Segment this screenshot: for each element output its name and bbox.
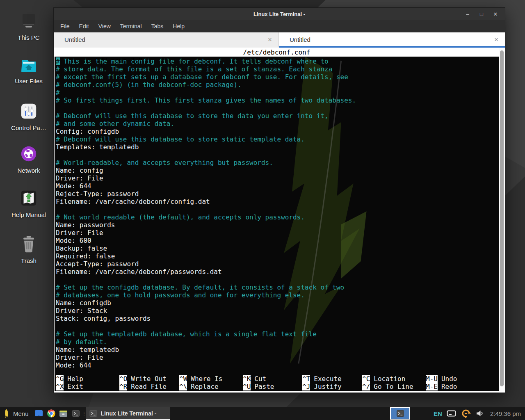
launcher-show-desktop[interactable] [33,407,45,420]
window-titlebar[interactable]: Linux Lite Terminal - –□✕ [54,8,505,20]
nano-shortcut: ^UPaste [243,383,302,390]
shortcut-label: Location [374,375,405,383]
desktop-icon-label: Control Pa… [5,124,52,131]
terminal-screen[interactable]: GNU nano 7.2 /etc/debconf.conf # This is… [55,48,499,391]
menu-edit[interactable]: Edit [79,23,89,30]
nano-line: # debconf.conf(5) (in the debconf-doc pa… [56,81,499,89]
nano-line: Reject-Type: password [56,190,499,198]
menu-file[interactable]: File [60,23,70,30]
nano-line: Name: configdb [56,299,499,307]
taskbar: Menu ⋮ Linux Lite Terminal - EN [0,407,525,420]
nano-line: Filename: /var/cache/debconf/passwords.d… [56,268,499,276]
nano-line: Driver: Stack [56,307,499,315]
nano-shortcut: M-UUndo [426,375,499,383]
control-panel-icon [5,102,52,121]
launcher-file-manager[interactable] [57,407,70,420]
shortcut-key: M-U [426,375,438,383]
nano-shortcut-row: ^GHelp^OWrite Out^WWhere Is^KCut^TExecut… [56,375,499,383]
trash-icon [5,235,52,253]
shortcut-label: Undo [441,375,457,383]
keyboard-layout-indicator[interactable]: EN [434,410,442,417]
start-menu-button[interactable]: Menu [0,407,33,420]
desktop-icon-control-panel[interactable]: Control Pa… [5,102,52,131]
nano-line: Mode: 644 [56,182,499,190]
shortcut-key: ^U [243,383,251,390]
nano-line: Filename: /var/cache/debconf/config.dat [56,198,499,205]
nano-line: # Debconf will use this database to stor… [56,135,499,143]
terminal-tabbar: Untitled×Untitled× [54,32,505,48]
network-icon [5,144,52,163]
menu-tabs[interactable]: Tabs [151,23,164,30]
linuxlite-feather-icon [3,409,9,418]
minimize-button[interactable]: – [462,11,473,17]
nano-line: Backup: false [56,244,499,252]
nano-shortcut: ^WWhere Is [179,375,243,383]
shortcut-key: ^\ [179,383,187,390]
menu-view[interactable]: View [98,23,111,30]
desktop-icon-help-manual[interactable]: Help Manual [5,189,52,218]
nano-line: Driver: File [56,354,499,361]
nano-shortcut: ^XExit [56,383,119,390]
clock[interactable]: 2:49:36 pm [490,410,521,417]
update-manager-icon[interactable] [461,408,471,419]
nano-line: # World-readable, and accepts everything… [56,159,499,167]
nano-line: # and some other dynamic data. [56,120,499,128]
maximize-button[interactable]: □ [476,11,487,17]
tray-terminal-highlight[interactable] [390,407,410,420]
nano-line: Required: false [56,252,499,260]
terminal-scrollbar[interactable] [499,48,504,391]
desktop-icon-trash[interactable]: Trash [5,235,52,264]
terminal-viewport: GNU nano 7.2 /etc/debconf.conf # This is… [54,48,505,393]
nano-shortcut: ^JJustify [302,383,362,390]
nano-line: Config: configdb [56,128,499,135]
nano-filename: /etc/debconf.conf [55,48,499,57]
window-title: Linux Lite Terminal - [253,11,305,17]
desktop-icon-label: Help Manual [5,211,52,218]
file-manager-icon [59,410,68,417]
task-button-label: Linux Lite Terminal - [101,410,157,417]
nano-shortcut: ^RRead File [119,383,179,390]
shortcut-label: Justify [314,383,341,390]
nano-shortcut: ^GHelp [56,375,119,383]
launcher-chrome[interactable] [45,407,57,420]
tab-close-icon[interactable]: × [494,36,498,43]
terminal-tab-2-active[interactable]: Untitled× [279,32,505,48]
desktop-icon-network[interactable]: Network [5,144,52,174]
shortcut-key: M-E [426,383,438,390]
nano-line: Accept-Type: password [56,260,499,268]
nano-line: # Not world readable (the default), and … [56,213,499,221]
close-button[interactable]: ✕ [490,11,501,17]
desktop-icon-this-pc[interactable]: This PC [5,12,52,41]
menu-help[interactable]: Help [173,23,185,30]
nano-line [56,322,499,330]
shortcut-label: Replace [191,383,218,390]
terminal-tab-1[interactable]: Untitled× [54,32,279,48]
terminal-menubar: FileEditViewTerminalTabsHelp [54,20,505,32]
tab-label: Untitled [54,36,85,43]
task-button-terminal[interactable]: Linux Lite Terminal - [86,407,170,420]
keyboard-icon[interactable] [447,410,456,417]
nano-line: # So first things first. This first stan… [56,96,499,104]
desktop-icon-label: Trash [5,257,52,264]
shortcut-label: Help [67,375,83,383]
shortcut-key: ^G [56,375,64,383]
quick-launchers [33,407,82,420]
tab-label: Untitled [279,36,310,43]
volume-icon[interactable] [476,410,484,417]
nano-line: Name: templatedb [56,346,499,354]
nano-line: # Debconf will use this database to stor… [56,112,499,120]
nano-shortcut: M-ERedo [426,383,499,390]
this-pc-icon [5,12,52,30]
terminal-scrollbar-thumb[interactable] [500,50,504,386]
shortcut-key: ^W [179,375,187,383]
desktop-icon-user-files[interactable]: User Files [5,57,52,84]
launcher-terminal[interactable] [70,407,82,420]
terminal-icon [89,410,97,417]
shortcut-label: Paste [254,383,274,390]
nano-line: # except the first sets up a database fo… [56,73,499,81]
tab-close-icon[interactable]: × [268,36,272,43]
shortcut-label: Cut [254,375,266,383]
chrome-icon [47,409,55,418]
menu-terminal[interactable]: Terminal [120,23,142,30]
nano-line: Templates: templatedb [56,143,499,151]
